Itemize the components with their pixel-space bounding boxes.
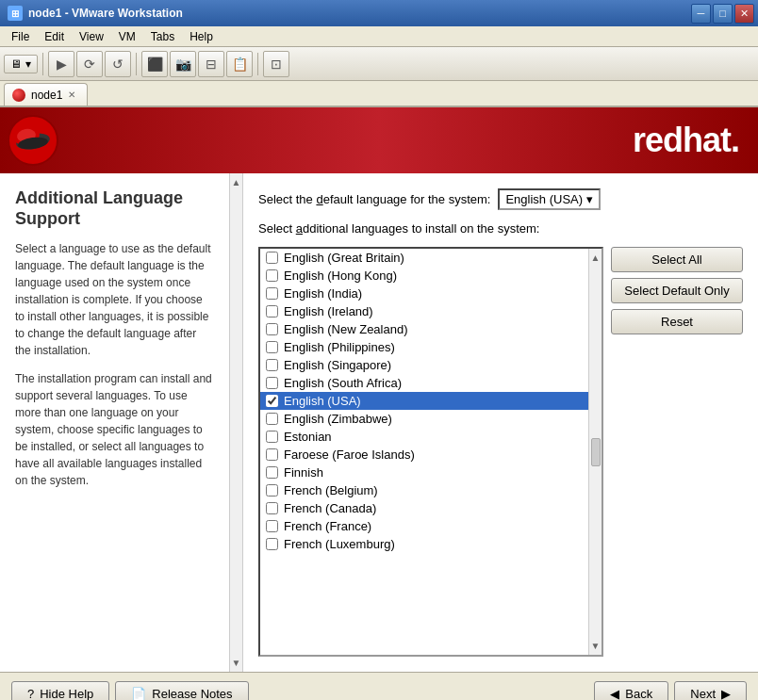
lang-scroll-down-icon[interactable]: ▼ [587,637,603,655]
back-button[interactable]: ◀ Back [594,681,668,700]
reset-button[interactable]: Reset [611,309,743,334]
release-notes-label: Release Notes [152,687,232,700]
minimize-button[interactable]: ─ [691,4,711,24]
left-panel-text-2: The installation program can install and… [15,370,214,489]
left-panel-text-1: Select a language to use as the default … [15,240,214,359]
lang-name: English (Philippines) [284,340,395,354]
default-lang-dropdown[interactable]: English (USA) ▾ [498,188,601,210]
vm-dropdown[interactable]: 🖥 ▾ [4,55,38,73]
manage-button[interactable]: 📋 [226,51,253,77]
release-notes-button[interactable]: 📄 Release Notes [115,681,248,700]
toolbar-separator-1 [42,53,43,75]
lang-checkbox[interactable] [266,466,278,479]
lang-checkbox[interactable] [266,395,278,407]
red-header: redhat. [0,107,758,173]
select-default-only-button[interactable]: Select Default Only [611,278,743,303]
app-icon: ⊞ [8,6,23,21]
lang-checkbox[interactable] [266,431,278,443]
scroll-up-arrow[interactable]: ▲ [228,173,243,191]
menu-view[interactable]: View [72,28,111,45]
list-item[interactable]: French (Belgium) [260,481,601,499]
list-item[interactable]: English (South Africa) [260,374,601,392]
menu-file[interactable]: File [4,28,37,45]
vm-dropdown-icon: 🖥 [10,57,22,71]
revert-button[interactable]: ⊟ [198,51,224,77]
list-item[interactable]: French (Canada) [260,499,601,517]
next-button[interactable]: Next ▶ [674,681,747,700]
back-arrow-icon: ◀ [610,687,619,700]
list-item[interactable]: English (New Zealand) [260,320,601,338]
lang-name: English (India) [284,286,362,301]
list-item[interactable]: Estonian [260,428,601,446]
bottom-left-buttons: ? Hide Help 📄 Release Notes [11,681,249,700]
lang-name: French (Belgium) [284,483,378,497]
window-title: node1 - VMware Workstation [28,7,183,20]
default-lang-row: Select the default language for the syst… [258,188,743,210]
snapshot-button[interactable]: 📷 [170,51,196,77]
lang-list-scrollbar[interactable]: ▲ ▼ [588,249,601,655]
lang-checkbox[interactable] [266,413,278,425]
list-item[interactable]: English (Zimbabwe) [260,410,601,428]
chevron-down-icon: ▾ [25,57,31,71]
maximize-button[interactable]: □ [713,4,733,24]
lang-checkbox[interactable] [266,538,278,550]
hide-help-button[interactable]: ? Hide Help [11,681,109,700]
lang-checkbox[interactable] [266,520,278,532]
right-buttons: Select All Select Default Only Reset [611,247,743,657]
refresh-button[interactable]: ↺ [105,51,131,77]
list-item[interactable]: English (Philippines) [260,338,601,356]
lang-checkbox[interactable] [266,341,278,353]
power-off-button[interactable]: ⟳ [76,51,103,77]
menu-tabs[interactable]: Tabs [143,28,182,45]
lang-checkbox[interactable] [266,269,278,282]
power-on-button[interactable]: ▶ [48,51,74,77]
lang-checkbox[interactable] [266,448,278,461]
menu-edit[interactable]: Edit [37,28,72,45]
list-item[interactable]: French (Luxemburg) [260,535,601,553]
content-body: Additional Language Support Select a lan… [0,173,758,672]
lang-checkbox[interactable] [266,359,278,371]
lang-name: English (South Africa) [284,376,402,390]
left-panel-scrollbar[interactable]: ▲ ▼ [229,173,242,672]
lang-name: French (Luxemburg) [284,537,395,551]
lang-name: English (USA) [284,394,361,408]
lang-checkbox[interactable] [266,377,278,389]
list-item[interactable]: English (Singapore) [260,356,601,374]
lang-name: French (Canada) [284,501,376,515]
list-item[interactable]: Faroese (Faroe Islands) [260,446,601,464]
default-lang-value: English (USA) [505,192,583,206]
tab-node1[interactable]: node1 ✕ [4,83,88,106]
lang-checkbox[interactable] [266,287,278,300]
select-all-button[interactable]: Select All [611,247,743,272]
toolbar-separator-2 [136,53,137,75]
lang-checkbox[interactable] [266,484,278,497]
close-button[interactable]: ✕ [734,4,754,24]
lang-name: Finnish [284,465,323,480]
list-item[interactable]: English (USA) [260,392,601,410]
lang-scroll-up-icon[interactable]: ▲ [587,249,603,267]
tab-close-icon[interactable]: ✕ [68,90,75,100]
lang-scroll-track[interactable] [591,267,601,637]
list-item[interactable]: Finnish [260,464,601,481]
lang-list[interactable]: English (Great Britain)English (Hong Kon… [260,249,601,655]
left-panel: Additional Language Support Select a lan… [0,173,243,672]
scroll-down-arrow[interactable]: ▼ [228,654,243,672]
help-icon: ? [27,687,34,700]
lang-scroll-thumb[interactable] [591,438,601,466]
toolbar: 🖥 ▾ ▶ ⟳ ↺ ⬛ 📷 ⊟ 📋 ⊡ [0,47,758,81]
list-item[interactable]: English (Ireland) [260,302,601,320]
settings-button[interactable]: ⬛ [141,51,168,77]
fullscreen-button[interactable]: ⊡ [263,51,289,77]
bottom-bar: ? Hide Help 📄 Release Notes ◀ Back Next … [0,672,758,700]
lang-checkbox[interactable] [266,252,278,264]
list-item[interactable]: English (Great Britain) [260,249,601,267]
list-item[interactable]: English (Hong Kong) [260,267,601,285]
menu-help[interactable]: Help [182,28,221,45]
menu-vm[interactable]: VM [111,28,143,45]
list-item[interactable]: English (India) [260,285,601,302]
lang-checkbox[interactable] [266,323,278,335]
list-item[interactable]: French (France) [260,517,601,535]
bottom-right-buttons: ◀ Back Next ▶ [594,681,747,700]
lang-checkbox[interactable] [266,502,278,514]
lang-checkbox[interactable] [266,305,278,317]
